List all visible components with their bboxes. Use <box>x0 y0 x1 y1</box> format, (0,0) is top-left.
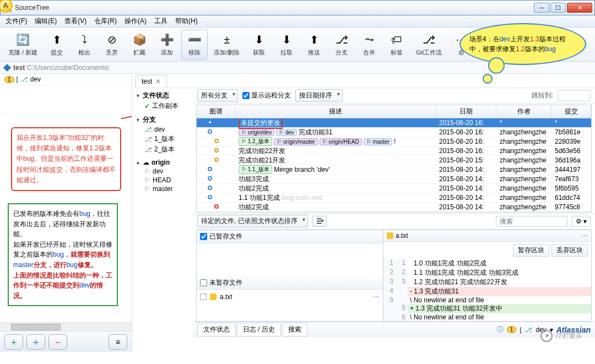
toolbar-获取[interactable]: ⬇获取 <box>246 30 272 59</box>
toolbar-添加[interactable]: ➕添加 <box>154 30 180 59</box>
menu-repo[interactable]: 仓库(R) <box>91 15 120 27</box>
sidebar-scrollbar[interactable] <box>0 322 132 331</box>
tab-test[interactable]: test ✕ <box>136 75 167 88</box>
minimize-button[interactable]: ─ <box>534 3 549 13</box>
menu-view[interactable]: 查看(V) <box>61 15 90 27</box>
sidebar-toolbar: ＋ ＋ － ≡ <box>0 331 132 352</box>
tree-working-copy[interactable]: 工作副本 <box>152 101 178 111</box>
tree-branch-2[interactable]: 2_版本 <box>154 145 175 154</box>
gear-button[interactable]: ⚙ ▾ <box>572 216 591 227</box>
file-row[interactable]: a.txt ⋯ <box>199 292 381 302</box>
tab-label: test <box>142 78 152 85</box>
watermark: ✦ IT烂笔头 <box>540 330 582 342</box>
toolbar-移除[interactable]: ➖移除 <box>181 30 208 59</box>
toolbar-合并[interactable]: ⤳合并 <box>356 30 382 59</box>
file-search-input[interactable] <box>496 216 567 227</box>
unstaged-checkbox[interactable] <box>200 279 207 286</box>
file-filter-bar: 待定的文件, 已依照文件状态排序 ☰ ⚙ ▾ <box>193 214 595 228</box>
col-author[interactable]: 作者 <box>496 105 551 118</box>
diff-line: 5\ No newline at end of file <box>383 296 591 304</box>
col-graph[interactable]: 图谱 <box>197 105 235 118</box>
tree-branch-dev[interactable]: dev <box>154 126 165 133</box>
close-button[interactable]: ✕ <box>567 3 592 13</box>
stage-hunk-button[interactable]: 暂存区块 <box>513 244 549 257</box>
commit-row[interactable]: ⚐ origin/dev⚐ dev 完成功能312015-08-20 16:zh… <box>197 128 591 137</box>
commit-row[interactable]: ⚐ 1.1_版本 Merge branch 'dev'2015-08-20 14… <box>197 165 591 175</box>
toolbar-icon: ⤳ <box>361 32 377 47</box>
commit-row[interactable]: 完成功能22开发2015-08-20 16:zhangzhengzhe5d63e… <box>197 146 591 156</box>
more-icon[interactable]: ⋯ <box>581 232 588 240</box>
toolbar-icon: ⤵ <box>77 32 92 47</box>
tab-row: test ✕ <box>132 74 595 88</box>
file-checkbox[interactable] <box>200 294 207 300</box>
commit-row[interactable]: 完成功能21开发2015-08-20 15:zhangzhengzhe36d19… <box>197 156 591 165</box>
toolbar-label: 获取 <box>253 48 265 57</box>
remove-button[interactable]: － <box>48 334 67 350</box>
toolbar-label: 合并 <box>363 48 375 57</box>
toolbar-icon: ⬆ <box>49 32 64 47</box>
toolbar-icon: ⬇ <box>251 32 267 47</box>
settings-button[interactable]: ≡ <box>109 334 127 350</box>
menu-action[interactable]: 操作(A) <box>121 15 150 27</box>
filter-bar: 所有分支 显示远程分支 按日期排序 跳转到: <box>193 88 595 104</box>
menu-file[interactable]: 文件(F) <box>2 15 30 27</box>
jump-input[interactable] <box>558 90 591 101</box>
menu-tools[interactable]: 工具 <box>151 15 171 27</box>
staged-header: 已暂存文件 <box>197 230 383 243</box>
commit-row[interactable]: 1.1 功能1完成 blog.csdn.net/2015-08-20 14:zh… <box>197 193 591 203</box>
tree-section-branches[interactable]: 分支 <box>143 115 156 124</box>
commit-row[interactable]: 功能2完成2015-08-20 14:zhangzhengzhe97745c8 <box>197 203 591 212</box>
file-filter-select[interactable]: 待定的文件, 已依照文件状态排序 <box>197 215 308 227</box>
commit-row[interactable]: 未提交的更改2015-08-20 16:** <box>197 118 591 128</box>
toolbar-拉取[interactable]: ⬇拉取 <box>273 30 300 59</box>
tree-section-filestatus[interactable]: 文件状态 <box>143 91 169 100</box>
toolbar-分支[interactable]: ⎇分支 <box>328 30 355 59</box>
toolbar-label: 检出 <box>78 48 90 57</box>
branch-filter-select[interactable]: 所有分支 <box>197 89 238 102</box>
btab-filestatus[interactable]: 文件状态 <box>197 323 236 336</box>
btab-log[interactable]: 日志 / 历史 <box>237 323 281 336</box>
col-date[interactable]: 日期 <box>436 105 496 118</box>
btab-search[interactable]: 搜索 <box>282 323 307 336</box>
toolbar-提交[interactable]: ⬆提交 <box>44 30 70 59</box>
show-remote-checkbox[interactable]: 显示远程分支 <box>242 91 291 100</box>
menu-help[interactable]: 帮助(H) <box>172 15 201 27</box>
toolbar-label: 标签 <box>391 48 403 57</box>
col-desc[interactable]: 描述 <box>235 105 436 118</box>
toolbar-标签[interactable]: 🏷标签 <box>383 30 410 59</box>
add-folder-button[interactable]: ＋ <box>26 334 45 350</box>
commit-row[interactable]: 功能3完成2015-08-20 14:zhangzhengzhe7eaf673 <box>197 175 591 184</box>
unstaged-header: 未暂存文件 <box>197 276 383 290</box>
content-area: test ✕ ▼文件状态 ✔工作副本 ▼分支 ⎇dev ⎇1_版本 ⎇2_版本 … <box>132 74 595 352</box>
annotation-green-callout: 已发布的版本难免会有bug，往往发布出去后，还得继续开发新功能。如果开发已经开始… <box>8 203 118 306</box>
toolbar-添加/删除[interactable]: ±添加/删除 <box>209 30 245 59</box>
commit-row[interactable]: 功能2完成2015-08-20 14:zhangzhengzhe5f6b595 <box>197 184 591 193</box>
file-view-select[interactable]: ☰ <box>312 216 327 227</box>
toolbar-推送[interactable]: ⬆推送 <box>301 30 327 59</box>
tree-remote-dev[interactable]: dev <box>153 167 163 175</box>
col-commit[interactable]: 提交 <box>551 105 591 118</box>
menu-edit[interactable]: 编辑(E) <box>31 15 60 27</box>
toolbar-Git工作流[interactable]: ⎇Git工作流 <box>411 30 447 59</box>
toolbar-丢弃[interactable]: ⊘丢弃 <box>99 30 125 59</box>
staged-body <box>197 243 383 276</box>
toolbar-克隆 / 新建[interactable]: 🔄克隆 / 新建 <box>3 30 42 59</box>
tree-section-origin[interactable]: origin <box>152 159 170 166</box>
tree-branch-1[interactable]: 1_版本 <box>154 134 175 144</box>
staged-checkbox[interactable] <box>200 233 207 240</box>
discard-hunk-button[interactable]: 丢弃区块 <box>551 244 588 257</box>
commit-row[interactable]: ⚐ 1.2_版本⚐ origin/master⚐ origin/HEAD⚐ ma… <box>197 137 591 146</box>
toolbar-贮藏[interactable]: 📦贮藏 <box>126 30 153 59</box>
window-title: SourceTree <box>15 4 534 12</box>
add-repo-button[interactable]: ＋ <box>4 334 23 350</box>
tree-remote-master[interactable]: master <box>153 185 173 193</box>
more-icon[interactable]: ⋯ <box>373 293 380 301</box>
tree-remote-head[interactable]: HEAD <box>153 176 171 184</box>
toolbar-label: 丢弃 <box>106 48 118 57</box>
tab-close-icon[interactable]: ✕ <box>155 78 161 85</box>
ref-tag: ⚐ origin/HEAD <box>320 138 362 145</box>
toolbar-label: 添加/删除 <box>214 48 240 57</box>
maximize-button[interactable]: ☐ <box>550 3 566 13</box>
toolbar-检出[interactable]: ⤵检出 <box>71 30 98 59</box>
sort-select[interactable]: 按日期排序 <box>295 89 343 102</box>
